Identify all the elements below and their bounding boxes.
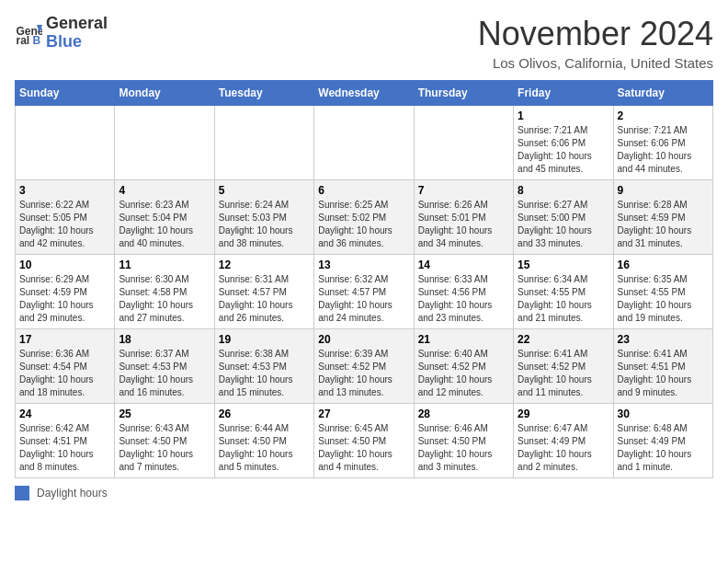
day-number: 10 (19, 259, 110, 271)
cell-info: Sunrise: 6:23 AM Sunset: 5:04 PM Dayligh… (119, 199, 210, 250)
cell-info: Sunrise: 6:22 AM Sunset: 5:05 PM Dayligh… (19, 199, 110, 250)
calendar-cell: 22Sunrise: 6:41 AM Sunset: 4:52 PM Dayli… (514, 329, 613, 404)
cell-info: Sunrise: 6:41 AM Sunset: 4:51 PM Dayligh… (618, 348, 709, 399)
day-number: 15 (518, 259, 609, 271)
logo-text: General Blue (46, 15, 108, 52)
cell-info: Sunrise: 6:27 AM Sunset: 5:00 PM Dayligh… (518, 199, 609, 250)
day-number: 27 (318, 408, 409, 420)
cell-info: Sunrise: 6:36 AM Sunset: 4:54 PM Dayligh… (19, 348, 110, 399)
calendar-cell: 18Sunrise: 6:37 AM Sunset: 4:53 PM Dayli… (115, 329, 214, 404)
cell-info: Sunrise: 6:29 AM Sunset: 4:59 PM Dayligh… (19, 273, 110, 325)
calendar-cell: 1Sunrise: 7:21 AM Sunset: 6:06 PM Daylig… (514, 106, 613, 180)
day-number: 9 (618, 184, 709, 197)
calendar-cell (314, 106, 414, 180)
calendar-cell (214, 106, 313, 180)
calendar-cell (115, 106, 214, 180)
calendar-cell: 15Sunrise: 6:34 AM Sunset: 4:55 PM Dayli… (514, 255, 613, 329)
calendar-week-row: 10Sunrise: 6:29 AM Sunset: 4:59 PM Dayli… (16, 255, 713, 329)
legend-box (15, 486, 29, 500)
cell-info: Sunrise: 6:39 AM Sunset: 4:52 PM Dayligh… (318, 348, 409, 399)
cell-info: Sunrise: 6:35 AM Sunset: 4:55 PM Dayligh… (618, 273, 709, 325)
calendar-cell (414, 106, 513, 180)
day-number: 8 (518, 184, 609, 197)
cell-info: Sunrise: 6:24 AM Sunset: 5:03 PM Dayligh… (219, 199, 310, 250)
cell-info: Sunrise: 6:44 AM Sunset: 4:50 PM Dayligh… (219, 422, 310, 474)
cell-info: Sunrise: 7:21 AM Sunset: 6:06 PM Dayligh… (518, 124, 609, 176)
calendar-cell: 6Sunrise: 6:25 AM Sunset: 5:02 PM Daylig… (314, 180, 414, 255)
svg-text:ral: ral (17, 34, 30, 47)
calendar-week-row: 17Sunrise: 6:36 AM Sunset: 4:54 PM Dayli… (16, 329, 713, 404)
cell-info: Sunrise: 6:45 AM Sunset: 4:50 PM Dayligh… (318, 422, 409, 474)
calendar-cell: 24Sunrise: 6:42 AM Sunset: 4:51 PM Dayli… (16, 404, 115, 478)
calendar-cell: 26Sunrise: 6:44 AM Sunset: 4:50 PM Dayli… (214, 404, 313, 478)
calendar-cell: 14Sunrise: 6:33 AM Sunset: 4:56 PM Dayli… (414, 255, 513, 329)
cell-info: Sunrise: 6:34 AM Sunset: 4:55 PM Dayligh… (518, 273, 609, 325)
day-number: 30 (618, 408, 709, 420)
day-number: 21 (418, 333, 509, 346)
cell-info: Sunrise: 6:30 AM Sunset: 4:58 PM Dayligh… (119, 273, 210, 325)
calendar-cell: 27Sunrise: 6:45 AM Sunset: 4:50 PM Dayli… (314, 404, 414, 478)
svg-text:B: B (33, 34, 41, 47)
day-number: 29 (518, 408, 609, 420)
day-number: 28 (418, 408, 509, 420)
day-number: 13 (318, 259, 409, 271)
day-header: Thursday (414, 81, 513, 106)
cell-info: Sunrise: 7:21 AM Sunset: 6:06 PM Dayligh… (618, 124, 709, 176)
logo: Gene ral B General Blue (15, 15, 108, 52)
calendar-cell: 2Sunrise: 7:21 AM Sunset: 6:06 PM Daylig… (613, 106, 712, 180)
calendar-cell: 9Sunrise: 6:28 AM Sunset: 4:59 PM Daylig… (613, 180, 712, 255)
day-number: 12 (219, 259, 310, 271)
calendar-week-row: 1Sunrise: 7:21 AM Sunset: 6:06 PM Daylig… (16, 106, 713, 180)
cell-info: Sunrise: 6:31 AM Sunset: 4:57 PM Dayligh… (219, 273, 310, 325)
cell-info: Sunrise: 6:25 AM Sunset: 5:02 PM Dayligh… (318, 199, 409, 250)
day-number: 25 (119, 408, 210, 420)
cell-info: Sunrise: 6:38 AM Sunset: 4:53 PM Dayligh… (219, 348, 310, 399)
calendar-cell: 23Sunrise: 6:41 AM Sunset: 4:51 PM Dayli… (613, 329, 712, 404)
cell-info: Sunrise: 6:42 AM Sunset: 4:51 PM Dayligh… (19, 422, 110, 474)
calendar-table: SundayMondayTuesdayWednesdayThursdayFrid… (15, 80, 713, 478)
cell-info: Sunrise: 6:32 AM Sunset: 4:57 PM Dayligh… (318, 273, 409, 325)
header: Gene ral B General Blue November 2024 Lo… (15, 15, 713, 71)
calendar-cell: 11Sunrise: 6:30 AM Sunset: 4:58 PM Dayli… (115, 255, 214, 329)
day-number: 5 (219, 184, 310, 197)
title-area: November 2024 Los Olivos, California, Un… (478, 15, 713, 71)
cell-info: Sunrise: 6:26 AM Sunset: 5:01 PM Dayligh… (418, 199, 509, 250)
day-number: 17 (19, 333, 110, 346)
day-number: 16 (618, 259, 709, 271)
cell-info: Sunrise: 6:41 AM Sunset: 4:52 PM Dayligh… (518, 348, 609, 399)
day-number: 2 (618, 109, 709, 122)
cell-info: Sunrise: 6:37 AM Sunset: 4:53 PM Dayligh… (119, 348, 210, 399)
cell-info: Sunrise: 6:46 AM Sunset: 4:50 PM Dayligh… (418, 422, 509, 474)
calendar-cell: 25Sunrise: 6:43 AM Sunset: 4:50 PM Dayli… (115, 404, 214, 478)
cell-info: Sunrise: 6:48 AM Sunset: 4:49 PM Dayligh… (618, 422, 709, 474)
month-title: November 2024 (478, 15, 713, 53)
cell-info: Sunrise: 6:47 AM Sunset: 4:49 PM Dayligh… (518, 422, 609, 474)
calendar-week-row: 24Sunrise: 6:42 AM Sunset: 4:51 PM Dayli… (16, 404, 713, 478)
calendar-header-row: SundayMondayTuesdayWednesdayThursdayFrid… (16, 81, 713, 106)
day-number: 23 (618, 333, 709, 346)
calendar-cell: 8Sunrise: 6:27 AM Sunset: 5:00 PM Daylig… (514, 180, 613, 255)
day-number: 3 (19, 184, 110, 197)
calendar-cell (16, 106, 115, 180)
calendar-cell: 7Sunrise: 6:26 AM Sunset: 5:01 PM Daylig… (414, 180, 513, 255)
day-number: 14 (418, 259, 509, 271)
day-number: 4 (119, 184, 210, 197)
day-number: 24 (19, 408, 110, 420)
calendar-cell: 21Sunrise: 6:40 AM Sunset: 4:52 PM Dayli… (414, 329, 513, 404)
calendar-cell: 4Sunrise: 6:23 AM Sunset: 5:04 PM Daylig… (115, 180, 214, 255)
calendar-cell: 3Sunrise: 6:22 AM Sunset: 5:05 PM Daylig… (16, 180, 115, 255)
day-header: Sunday (16, 81, 115, 106)
day-header: Wednesday (314, 81, 414, 106)
calendar-cell: 10Sunrise: 6:29 AM Sunset: 4:59 PM Dayli… (16, 255, 115, 329)
day-number: 22 (518, 333, 609, 346)
calendar-cell: 16Sunrise: 6:35 AM Sunset: 4:55 PM Dayli… (613, 255, 712, 329)
calendar-cell: 20Sunrise: 6:39 AM Sunset: 4:52 PM Dayli… (314, 329, 414, 404)
calendar-cell: 28Sunrise: 6:46 AM Sunset: 4:50 PM Dayli… (414, 404, 513, 478)
calendar-cell: 30Sunrise: 6:48 AM Sunset: 4:49 PM Dayli… (613, 404, 712, 478)
calendar-cell: 29Sunrise: 6:47 AM Sunset: 4:49 PM Dayli… (514, 404, 613, 478)
calendar-cell: 17Sunrise: 6:36 AM Sunset: 4:54 PM Dayli… (16, 329, 115, 404)
calendar-cell: 12Sunrise: 6:31 AM Sunset: 4:57 PM Dayli… (214, 255, 313, 329)
cell-info: Sunrise: 6:43 AM Sunset: 4:50 PM Dayligh… (119, 422, 210, 474)
legend: Daylight hours (15, 486, 713, 500)
day-number: 20 (318, 333, 409, 346)
